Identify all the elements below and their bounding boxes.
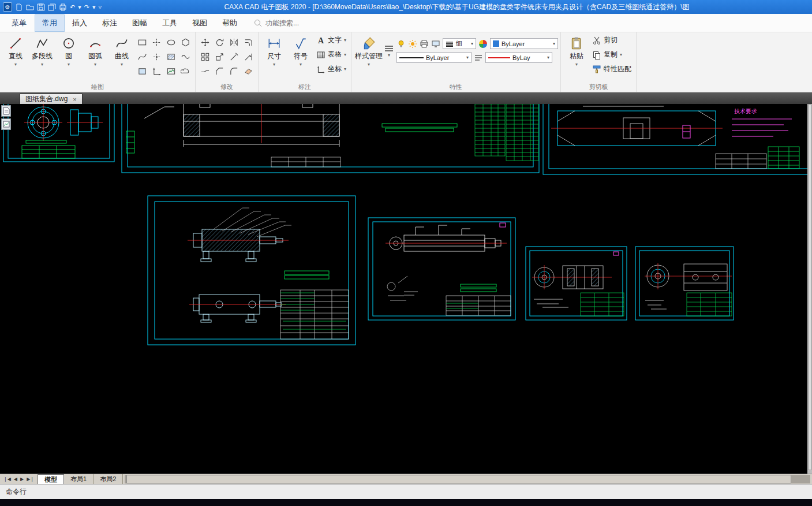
tab-view[interactable]: 视图 xyxy=(185,14,215,32)
customize-toolbar-icon[interactable]: ▿ xyxy=(99,3,102,11)
first-sheet-icon[interactable]: ❘◀ xyxy=(3,477,12,482)
break-icon[interactable] xyxy=(200,66,210,76)
coordinate-tool-button[interactable]: 坐标▾ xyxy=(314,62,349,76)
raster-icon[interactable] xyxy=(166,66,176,76)
ellipse-icon[interactable] xyxy=(166,38,176,47)
table-tool-button[interactable]: 表格▾ xyxy=(314,47,349,62)
revision-cloud-icon[interactable] xyxy=(181,66,190,76)
layer-list-button[interactable]: ▾ xyxy=(384,33,394,57)
redo-dropdown-icon[interactable]: ▾ xyxy=(92,3,96,11)
move-icon[interactable] xyxy=(200,38,210,47)
bulb-icon[interactable] xyxy=(396,39,406,49)
coordinate-icon xyxy=(316,65,325,74)
search-input[interactable] xyxy=(265,19,320,27)
trim-icon[interactable] xyxy=(229,52,239,62)
tab-help[interactable]: 帮助 xyxy=(215,14,245,32)
arc-icon xyxy=(88,36,102,50)
tab-layout1[interactable]: 布局1 xyxy=(64,474,93,484)
mirror-icon[interactable] xyxy=(229,38,239,47)
library-panel-icon[interactable] xyxy=(1,118,11,130)
horizontal-scrollbar[interactable] xyxy=(125,475,810,483)
tab-tools[interactable]: 工具 xyxy=(155,14,185,32)
point-icon[interactable] xyxy=(152,52,162,62)
properties-panel-icon[interactable] xyxy=(1,105,11,117)
save-icon[interactable] xyxy=(37,3,45,11)
printer-small-icon[interactable] xyxy=(420,39,429,49)
redo-icon[interactable]: ↷ xyxy=(84,3,89,11)
polyline-tool-button[interactable]: 多段线▾ xyxy=(29,33,55,66)
close-tab-icon[interactable]: × xyxy=(73,96,76,103)
tab-insert[interactable]: 插入 xyxy=(65,14,95,32)
menu-button[interactable]: 菜单 xyxy=(3,14,35,32)
match-layer-icon[interactable] xyxy=(474,53,483,62)
prev-sheet-icon[interactable]: ◀ xyxy=(13,477,18,482)
save-all-icon[interactable] xyxy=(48,3,56,11)
screen-icon[interactable] xyxy=(431,39,440,49)
chevron-down-icon: ▾ xyxy=(553,41,555,46)
hatch-icon[interactable] xyxy=(166,52,176,62)
axis-icon[interactable] xyxy=(152,66,162,76)
text-icon: A xyxy=(316,36,325,45)
circle-tool-button[interactable]: 圆▾ xyxy=(55,33,82,66)
open-file-icon[interactable] xyxy=(26,3,34,11)
arc-tool-button[interactable]: 圆弧▾ xyxy=(82,33,108,66)
centerline-icon[interactable] xyxy=(152,38,162,47)
linewidth-combo[interactable]: ByLay ▾ xyxy=(485,52,552,63)
tab-home[interactable]: 常用 xyxy=(35,14,65,32)
erase-icon[interactable] xyxy=(244,66,253,76)
print-icon[interactable] xyxy=(59,3,67,11)
tab-layout2[interactable]: 布局2 xyxy=(93,474,123,484)
scale-icon[interactable] xyxy=(215,52,224,62)
tab-annotate[interactable]: 标注 xyxy=(95,14,125,32)
region-icon[interactable] xyxy=(137,66,147,76)
line-tool-button[interactable]: 直线▾ xyxy=(2,33,29,66)
style-manager-button[interactable]: 样式管理▾ xyxy=(354,33,384,66)
sun-icon[interactable] xyxy=(408,39,417,49)
wave-icon[interactable] xyxy=(181,52,190,62)
undo-icon[interactable]: ↶ xyxy=(70,3,75,11)
next-sheet-icon[interactable]: ▶ xyxy=(20,477,24,482)
text-tool-button[interactable]: A 文字▾ xyxy=(314,33,349,47)
rectangle-icon[interactable] xyxy=(137,38,147,47)
cut-button[interactable]: 剪切 xyxy=(590,33,634,47)
chamfer-icon[interactable] xyxy=(215,66,224,76)
window-title: CAXA CAD 电子图板 2020 - [D:\360MoveData\Use… xyxy=(104,2,809,12)
command-line-panel[interactable]: 命令行 xyxy=(0,484,812,499)
curve-tool-button[interactable]: 曲线▾ xyxy=(108,33,135,66)
polygon-icon[interactable] xyxy=(181,38,190,47)
extend-icon[interactable] xyxy=(244,52,253,62)
tech-requirements-title: 技术要求 xyxy=(734,108,757,114)
canvas-area[interactable]: 技术要求 xyxy=(0,104,807,474)
chevron-down-icon: ▾ xyxy=(466,55,469,60)
color-combo[interactable]: ByLayer ▾ xyxy=(490,38,558,49)
linetype-combo[interactable]: ByLayer ▾ xyxy=(396,52,472,63)
copy-button[interactable]: 复制▾ xyxy=(590,47,634,62)
tab-sheet[interactable]: 图幅 xyxy=(125,14,155,32)
app-logo-icon[interactable]: ⚙ xyxy=(3,2,12,12)
last-sheet-icon[interactable]: ▶❘ xyxy=(26,477,35,482)
lineweight-combo[interactable]: 细 ▾ xyxy=(443,38,476,49)
rotate-icon[interactable] xyxy=(215,38,224,47)
cad-drawing-canvas[interactable]: 技术要求 xyxy=(0,104,807,474)
ribbon-group-modify: 修改 xyxy=(196,32,259,92)
dimension-tool-button[interactable]: 尺寸▾ xyxy=(261,33,287,66)
offset-icon[interactable] xyxy=(244,38,253,47)
match-properties-button[interactable]: 特性匹配 xyxy=(590,62,634,76)
new-file-icon[interactable] xyxy=(15,3,23,11)
vertical-scrollbar-thumb[interactable] xyxy=(808,104,811,470)
undo-dropdown-icon[interactable]: ▾ xyxy=(78,3,81,11)
vertical-scrollbar[interactable] xyxy=(807,104,812,474)
paste-button[interactable]: 粘贴▾ xyxy=(563,33,590,66)
document-tab[interactable]: 图纸集合.dwg × xyxy=(20,94,83,104)
spline-small-icon[interactable] xyxy=(137,52,147,62)
horizontal-scrollbar-thumb[interactable] xyxy=(126,475,791,483)
symbol-tool-button[interactable]: 符号▾ xyxy=(287,33,314,66)
lineweight-icon xyxy=(446,41,454,47)
color-wheel-icon[interactable] xyxy=(478,39,488,49)
line-icon xyxy=(9,36,23,50)
dimension-icon xyxy=(267,36,281,50)
tab-model[interactable]: 模型 xyxy=(38,474,64,484)
array-icon[interactable] xyxy=(200,52,210,62)
ribbon: 直线▾ 多段线▾ 圆▾ 圆弧▾ 曲线▾ xyxy=(0,32,812,92)
fillet-icon[interactable] xyxy=(229,66,239,76)
